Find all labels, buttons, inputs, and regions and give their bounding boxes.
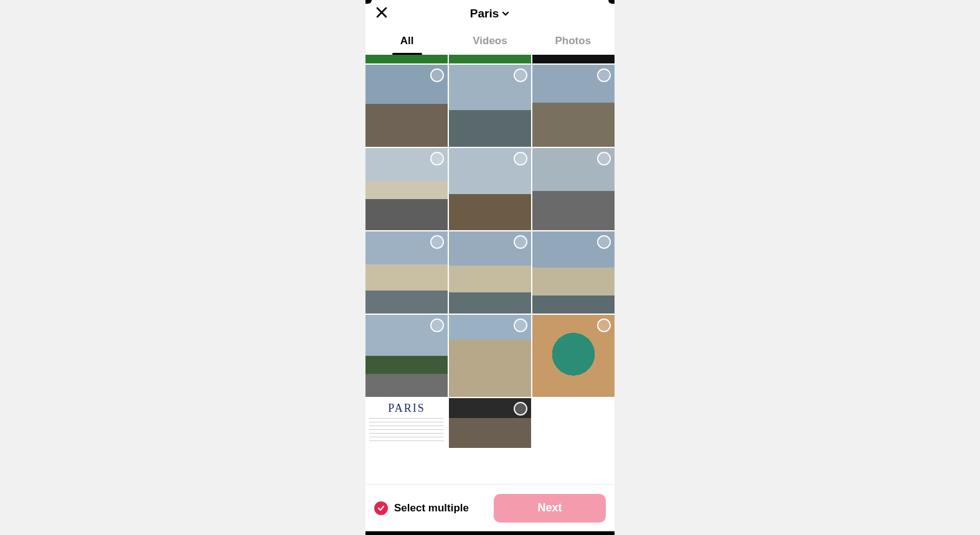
tab-label: Photos [555,35,591,47]
media-picker-screen: Paris All Videos Photos [365,0,615,535]
media-thumb[interactable] [449,315,531,397]
media-thumb[interactable] [365,231,448,314]
media-thumb[interactable] [532,65,615,147]
media-thumb[interactable] [449,65,531,147]
select-multiple-check[interactable] [374,501,388,515]
select-circle[interactable] [514,152,527,165]
media-thumb[interactable] [365,148,448,230]
tab-label: All [400,35,414,47]
select-circle[interactable] [597,152,611,165]
media-thumb[interactable] [532,231,615,314]
select-circle[interactable] [597,235,611,249]
select-circle[interactable] [514,402,527,416]
tab-all[interactable]: All [365,27,448,55]
album-dropdown[interactable]: Paris [470,7,510,21]
media-thumb[interactable] [449,398,531,448]
check-icon [377,505,385,512]
close-button[interactable] [374,6,389,21]
select-circle[interactable] [597,319,611,332]
media-thumb[interactable] [532,315,615,397]
select-circle[interactable] [597,68,611,82]
media-thumb[interactable] [365,315,448,397]
select-circle[interactable] [430,319,444,332]
thumb-image [365,398,448,448]
media-thumb[interactable] [449,55,531,63]
select-circle[interactable] [430,152,444,165]
media-thumb[interactable] [532,55,615,63]
next-button[interactable]: Next [494,494,606,523]
thumb-image [449,55,531,63]
select-circle[interactable] [514,68,527,82]
select-circle[interactable] [514,235,527,249]
thumb-image [365,55,448,63]
close-icon [375,6,388,21]
filter-tabs: All Videos Photos [365,27,615,55]
footer: Select multiple Next [365,484,615,531]
album-title: Paris [470,7,499,21]
select-multiple-label[interactable]: Select multiple [394,502,469,514]
media-thumb[interactable] [449,148,531,230]
select-circle[interactable] [430,68,444,82]
media-thumb[interactable] [532,148,615,230]
header: Paris [365,0,615,27]
media-thumb[interactable] [365,398,448,448]
tab-videos[interactable]: Videos [448,27,531,55]
media-thumb[interactable] [365,65,448,147]
media-thumb-empty [532,398,615,448]
select-circle[interactable] [514,319,527,332]
thumb-image [532,55,615,63]
chevron-down-icon [501,9,510,18]
tab-photos[interactable]: Photos [532,27,615,55]
media-thumb[interactable] [449,231,531,314]
media-grid-scroll[interactable] [365,55,615,484]
media-thumb[interactable] [365,55,448,63]
tab-label: Videos [473,35,507,47]
bottom-bar [365,531,615,535]
select-circle[interactable] [430,235,444,249]
media-grid [365,55,615,448]
